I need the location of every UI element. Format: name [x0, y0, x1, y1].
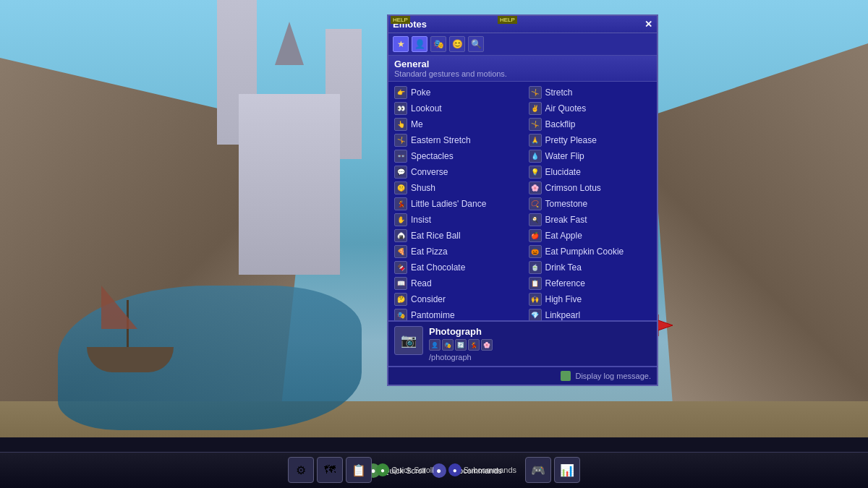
- emote-consider-icon: 🤔: [394, 293, 407, 306]
- category-description: Standard gestures and motions.: [394, 69, 651, 78]
- emote-high-five-icon: 🙌: [529, 293, 542, 306]
- emote-insist-label: Insist: [411, 215, 431, 225]
- emote-read-label: Read: [411, 278, 432, 288]
- category-header: General Standard gestures and motions.: [388, 56, 657, 81]
- sub-icon-4: 💃: [468, 339, 480, 351]
- emote-little-ladies-dance[interactable]: 💃 Little Ladies' Dance: [388, 196, 523, 212]
- emote-water-flip-label: Water Flip: [545, 151, 584, 161]
- label-tag-left: HELP: [391, 16, 410, 24]
- emote-lookout-label: Lookout: [411, 103, 442, 114]
- emote-spectacles[interactable]: 👓 Spectacles: [388, 148, 523, 164]
- emote-reference-icon: 📋: [529, 277, 542, 290]
- emote-linkpearl[interactable]: 💎 Linkpearl: [523, 307, 658, 320]
- emote-water-flip[interactable]: 💧 Water Flip: [523, 148, 658, 164]
- emote-little-ladies-dance-label: Little Ladies' Dance: [411, 199, 486, 209]
- tab-category[interactable]: 🎭: [430, 36, 446, 52]
- emote-consider-label: Consider: [411, 294, 446, 304]
- emote-converse-icon: 💬: [394, 166, 407, 179]
- emote-read[interactable]: 📖 Read: [388, 275, 523, 291]
- emote-insist-icon: ✋: [394, 213, 407, 226]
- emote-lookout[interactable]: 👀 Lookout: [388, 100, 523, 116]
- taskbar-scroll-btn[interactable]: ● Quick Scroll: [366, 463, 426, 478]
- emote-crimson-lotus-icon: 🌸: [529, 181, 542, 194]
- emote-elucidate[interactable]: 💡 Elucidate: [523, 164, 658, 180]
- scroll-label: Quick Scroll: [383, 466, 426, 475]
- boat: [87, 314, 174, 372]
- emote-drink-tea-label: Drink Tea: [545, 262, 582, 273]
- emote-tomestone[interactable]: 📿 Tomestone: [523, 196, 658, 212]
- close-button[interactable]: ✕: [644, 19, 652, 30]
- emote-eat-apple[interactable]: 🍎 Eat Apple: [523, 228, 658, 244]
- scroll-circle: ●: [366, 463, 380, 478]
- emote-detail-command: /photograph: [429, 353, 651, 361]
- emote-eat-chocolate[interactable]: 🍫 Eat Chocolate: [388, 260, 523, 275]
- emote-pretty-please[interactable]: 🙏 Pretty Please: [523, 132, 658, 148]
- taskbar-sub-btn[interactable]: ● Subcommands: [432, 463, 502, 478]
- emote-eat-pizza[interactable]: 🍕 Eat Pizza: [388, 244, 523, 260]
- emote-eastern-stretch-icon: 🤸: [394, 134, 407, 147]
- emote-me[interactable]: 👆 Me: [388, 116, 523, 132]
- emote-eat-chocolate-icon: 🍫: [394, 261, 407, 274]
- emote-converse[interactable]: 💬 Converse: [388, 164, 523, 180]
- emote-elucidate-icon: 💡: [529, 166, 542, 179]
- tab-face[interactable]: 😊: [449, 36, 465, 52]
- emote-read-icon: 📖: [394, 277, 407, 290]
- emote-high-five[interactable]: 🙌 High Five: [523, 291, 658, 307]
- emote-pretty-please-icon: 🙏: [529, 134, 542, 147]
- emote-column-right: 🤸 Stretch ✌ Air Quotes 🤸 Backflip 🙏 Pret…: [523, 85, 658, 320]
- sub-label: Subcommands: [449, 466, 502, 475]
- sub-icon-3: 🔄: [455, 339, 467, 351]
- help-button[interactable]: [638, 43, 644, 46]
- log-message-text: Display log message.: [575, 372, 651, 380]
- category-title: General: [394, 59, 651, 69]
- emote-lookout-icon: 👀: [394, 102, 407, 115]
- emote-eat-rice-ball-label: Eat Rice Ball: [411, 231, 461, 241]
- emote-break-fast-icon: 🍳: [529, 213, 542, 226]
- emote-eat-apple-label: Eat Apple: [545, 231, 582, 241]
- emote-spectacles-icon: 👓: [394, 150, 407, 163]
- emote-linkpearl-icon: 💎: [529, 309, 542, 320]
- title-bar: Emotes ✕: [388, 16, 657, 33]
- emote-detail-panel: 📷 Photograph 👤 🎭 🔄 💃 🌸 /photograph: [388, 321, 657, 366]
- emote-column-left: 👉 Poke 👀 Lookout 👆 Me 🤸 Eastern Stretch …: [388, 85, 523, 320]
- label-tag-right: HELP: [498, 16, 517, 24]
- emote-eat-pumpkin-cookie-label: Eat Pumpkin Cookie: [545, 247, 624, 257]
- emote-eat-pumpkin-cookie[interactable]: 🎃 Eat Pumpkin Cookie: [523, 244, 658, 260]
- settings-button[interactable]: [647, 43, 652, 46]
- sub-circle: ●: [432, 463, 446, 478]
- emote-list: 👉 Poke 👀 Lookout 👆 Me 🤸 Eastern Stretch …: [388, 82, 657, 320]
- emote-me-icon: 👆: [394, 118, 407, 131]
- emote-backflip[interactable]: 🤸 Backflip: [523, 116, 658, 132]
- emote-air-quotes-label: Air Quotes: [545, 103, 587, 114]
- emote-air-quotes[interactable]: ✌ Air Quotes: [523, 100, 658, 116]
- emote-eat-pumpkin-cookie-icon: 🎃: [529, 245, 542, 258]
- emote-consider[interactable]: 🤔 Consider: [388, 291, 523, 307]
- emote-eastern-stretch-label: Eastern Stretch: [411, 135, 471, 145]
- castle: [217, 22, 362, 275]
- emote-air-quotes-icon: ✌: [529, 102, 542, 115]
- emote-crimson-lotus-label: Crimson Lotus: [545, 183, 601, 193]
- tab-all[interactable]: 👤: [412, 36, 427, 52]
- tab-bar: ★ 👤 🎭 😊 🔍: [388, 33, 657, 56]
- emote-insist[interactable]: ✋ Insist: [388, 212, 523, 228]
- emote-break-fast[interactable]: 🍳 Break Fast: [523, 212, 658, 228]
- emote-eat-chocolate-label: Eat Chocolate: [411, 262, 465, 273]
- emote-tomestone-icon: 📿: [529, 197, 542, 210]
- emote-drink-tea[interactable]: 🍵 Drink Tea: [523, 260, 658, 275]
- emote-stretch[interactable]: 🤸 Stretch: [523, 85, 658, 100]
- emote-elucidate-label: Elucidate: [545, 167, 581, 177]
- emote-crimson-lotus[interactable]: 🌸 Crimson Lotus: [523, 180, 658, 196]
- tab-favorites[interactable]: ★: [393, 36, 409, 52]
- emote-me-label: Me: [411, 119, 423, 129]
- emote-break-fast-label: Break Fast: [545, 215, 587, 225]
- emote-eastern-stretch[interactable]: 🤸 Eastern Stretch: [388, 132, 523, 148]
- emote-reference[interactable]: 📋 Reference: [523, 275, 658, 291]
- emote-poke[interactable]: 👉 Poke: [388, 85, 523, 100]
- emote-shush[interactable]: 🤫 Shush: [388, 180, 523, 196]
- tab-search[interactable]: 🔍: [468, 36, 484, 52]
- emote-linkpearl-label: Linkpearl: [545, 310, 581, 320]
- emote-pantomime[interactable]: 🎭 Pantomime: [388, 307, 523, 320]
- emote-eat-rice-ball[interactable]: 🍙 Eat Rice Ball: [388, 228, 523, 244]
- emote-pantomime-label: Pantomime: [411, 310, 455, 320]
- emote-tomestone-label: Tomestone: [545, 199, 588, 209]
